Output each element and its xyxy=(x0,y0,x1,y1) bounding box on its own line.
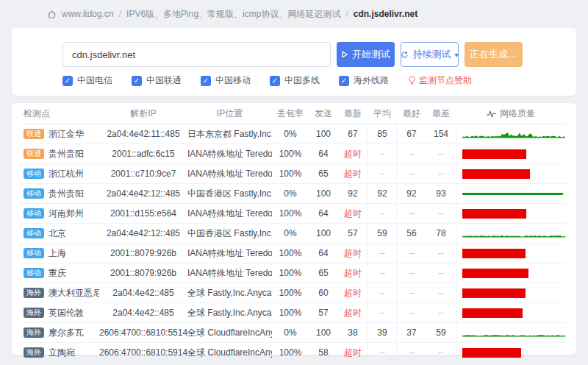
resolved-ip: 2a04:4e42::485 xyxy=(99,308,187,318)
table-row: 海外立陶宛2606:4700::6810:5914全球 CloudflareIn… xyxy=(22,343,566,362)
breadcrumb-separator: / xyxy=(119,9,121,19)
sent-count: 65 xyxy=(309,169,338,179)
table-row: 移动北京2a04:4e42:12::485中国香港区 Fastly,Inc.0%… xyxy=(22,224,566,244)
worst-latency: -- xyxy=(426,208,456,219)
breadcrumb-separator: / xyxy=(345,9,348,19)
latest-latency: 超时 xyxy=(338,148,368,160)
ip-location: IANA特殊地址 Teredo隧道地址 xyxy=(187,267,272,280)
refresh-icon xyxy=(401,51,409,59)
ip-location: IANA特殊地址 Teredo隧道地址 xyxy=(187,208,272,220)
quality-red-bar xyxy=(462,288,526,298)
ip-location: 全球 Fastly,Inc.Anycast网段 xyxy=(187,307,272,319)
sent-count: 100 xyxy=(309,188,338,199)
continuous-test-label: 持续测试 xyxy=(412,48,451,61)
node-location: 立陶宛 xyxy=(49,347,75,359)
best-latency: -- xyxy=(397,347,426,358)
resolved-ip: 2606:4700::6810:5514 xyxy=(99,327,187,338)
latest-latency: 超时 xyxy=(338,307,368,319)
carrier-badge: 移动 xyxy=(24,188,44,199)
col-header-latest: 最新 xyxy=(338,107,368,120)
avg-latency: -- xyxy=(368,343,397,362)
resolved-ip: 2001::8079:926b xyxy=(99,268,187,278)
test-control-card: 开始测试 持续测试 ▾ 正在生成… ✓中国电信✓中国联通✓中国移动✓中国多线✓海… xyxy=(12,28,576,96)
ip-location: 中国香港区 Fastly,Inc. xyxy=(187,227,272,240)
worst-latency: -- xyxy=(426,268,456,278)
resolved-ip: 2001::8079:926b xyxy=(99,248,187,258)
ip-location: IANA特殊地址 Teredo隧道地址 xyxy=(187,247,272,260)
sent-count: 60 xyxy=(309,288,338,298)
carrier-checkbox-4[interactable]: ✓海外线路 xyxy=(339,74,389,87)
node-cell: 移动上海 xyxy=(22,247,99,260)
caret-down-icon: ▾ xyxy=(454,51,458,59)
col-header-avg: 平均 xyxy=(368,103,397,124)
sent-count: 65 xyxy=(309,268,338,278)
quality-red-bar xyxy=(462,308,523,318)
best-latency: -- xyxy=(397,248,426,258)
quality-graph xyxy=(456,124,566,143)
check-icon: ✓ xyxy=(201,76,211,86)
loss-rate: 100% xyxy=(272,208,309,219)
worst-latency: -- xyxy=(426,248,456,258)
loss-rate: 100% xyxy=(272,268,309,278)
breadcrumb-home-link[interactable]: www.itdog.cn xyxy=(62,9,114,19)
carrier-checkbox-1[interactable]: ✓中国联通 xyxy=(132,74,182,87)
carrier-badge: 移动 xyxy=(24,169,44,179)
best-latency: -- xyxy=(397,268,426,278)
col-header-node: 检测点 xyxy=(22,107,99,120)
sent-count: 58 xyxy=(309,347,338,358)
carrier-badge: 海外 xyxy=(24,288,44,298)
loss-rate: 100% xyxy=(272,149,309,159)
generating-button[interactable]: 正在生成… xyxy=(465,42,523,67)
carrier-checkbox-3[interactable]: ✓中国多线 xyxy=(270,74,320,87)
quality-red-bar xyxy=(462,348,521,358)
continuous-test-button[interactable]: 持续测试 ▾ xyxy=(401,42,459,67)
table-row: 海外摩尔多瓦2606:4700::6810:5514全球 CloudflareI… xyxy=(22,323,566,343)
sponsor-link[interactable]: 监测节点赞助 xyxy=(408,74,472,87)
loss-rate: 100% xyxy=(272,288,309,298)
resolved-ip: 2606:4700::6810:5914 xyxy=(99,347,187,358)
best-latency: -- xyxy=(397,288,426,298)
sent-count: 64 xyxy=(309,208,338,219)
quality-graph xyxy=(456,144,566,163)
loss-rate: 0% xyxy=(272,327,309,338)
latest-latency: 超时 xyxy=(338,208,368,220)
results-card: 检测点 解析IP IP位置 丢包率 发送 最新 平均 最好 最差 网络质量 联通… xyxy=(12,103,576,355)
worst-latency: 93 xyxy=(426,188,456,199)
carrier-checkbox-2[interactable]: ✓中国移动 xyxy=(201,74,251,87)
latest-latency: 67 xyxy=(338,129,368,139)
ip-location: 日本东京都 Fastly,Inc. xyxy=(187,128,272,141)
best-latency: 92 xyxy=(397,188,426,199)
check-icon: ✓ xyxy=(270,76,280,86)
latest-latency: 92 xyxy=(338,188,368,199)
resolved-ip: 2a04:4e42::485 xyxy=(99,288,187,298)
node-cell: 海外立陶宛 xyxy=(22,347,99,359)
play-icon xyxy=(341,51,348,58)
node-cell: 海外澳大利亚悉尼 xyxy=(22,287,99,300)
latest-latency: 超时 xyxy=(338,247,368,260)
carrier-badge: 海外 xyxy=(24,327,44,338)
carrier-badge: 移动 xyxy=(24,208,44,219)
resolved-ip: 2a04:4e42:12::485 xyxy=(99,228,187,238)
ip-location: IANA特殊地址 Teredo隧道地址 xyxy=(187,168,272,180)
quality-red-bar xyxy=(462,249,526,258)
worst-latency: -- xyxy=(426,347,456,358)
resolved-ip: 2a04:4e42:11::485 xyxy=(99,129,187,139)
best-latency: -- xyxy=(397,149,426,159)
carrier-checkbox-label: 中国电信 xyxy=(77,74,112,87)
carrier-checkbox-0[interactable]: ✓中国电信 xyxy=(62,74,112,87)
node-cell: 联通浙江金华 xyxy=(22,128,99,141)
breadcrumb-target: cdn.jsdelivr.net xyxy=(354,9,417,19)
avg-latency: 85 xyxy=(368,124,397,143)
host-input[interactable] xyxy=(62,42,331,67)
col-header-best: 最好 xyxy=(397,107,426,120)
ip-location: 全球 CloudflareIncAnycast网段 xyxy=(187,327,272,339)
ip-location: 全球 CloudflareIncAnycast网段 xyxy=(187,347,272,359)
node-cell: 移动北京 xyxy=(22,227,99,240)
latest-latency: 超时 xyxy=(338,168,368,180)
table-row: 联通浙江金华2a04:4e42:11::485日本东京都 Fastly,Inc.… xyxy=(22,124,566,144)
sent-count: 57 xyxy=(309,308,338,318)
quality-graph xyxy=(456,224,566,243)
start-test-button[interactable]: 开始测试 xyxy=(337,42,395,67)
carrier-badge: 移动 xyxy=(24,248,44,258)
quality-graph xyxy=(456,323,566,342)
